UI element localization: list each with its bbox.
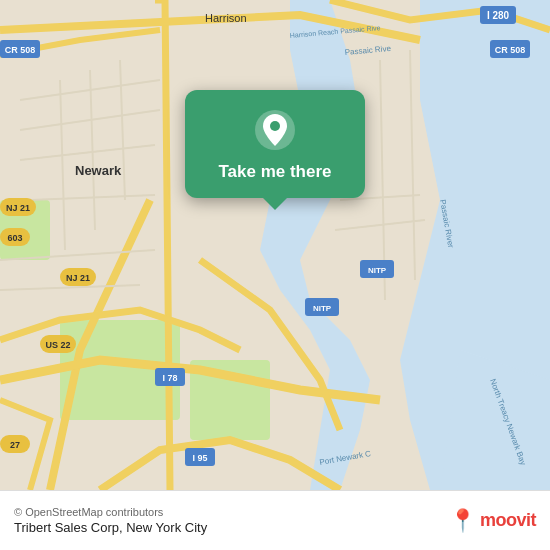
popup-label: Take me there bbox=[218, 162, 331, 182]
svg-text:NJ 21: NJ 21 bbox=[66, 273, 90, 283]
svg-text:I 95: I 95 bbox=[192, 453, 207, 463]
svg-text:US 22: US 22 bbox=[45, 340, 70, 350]
svg-text:CR 508: CR 508 bbox=[495, 45, 526, 55]
bottom-bar: © OpenStreetMap contributors Tribert Sal… bbox=[0, 490, 550, 550]
svg-text:I 280: I 280 bbox=[487, 10, 510, 21]
location-text: Tribert Sales Corp, New York City bbox=[14, 520, 449, 535]
svg-text:I 78: I 78 bbox=[162, 373, 177, 383]
svg-text:CR 508: CR 508 bbox=[5, 45, 36, 55]
copyright-text: © OpenStreetMap contributors bbox=[14, 506, 449, 518]
svg-text:Newark: Newark bbox=[75, 163, 122, 178]
map-container: Harrison Newark I 280 CR 508 CR 508 NJ 2… bbox=[0, 0, 550, 490]
moovit-logo: 📍 moovit bbox=[449, 510, 536, 532]
svg-point-49 bbox=[270, 121, 280, 131]
svg-text:NITP: NITP bbox=[368, 266, 387, 275]
svg-text:Harrison: Harrison bbox=[205, 12, 247, 24]
svg-text:NITP: NITP bbox=[313, 304, 332, 313]
svg-text:27: 27 bbox=[10, 440, 20, 450]
moovit-brand-text: moovit bbox=[480, 510, 536, 531]
map-background: Harrison Newark I 280 CR 508 CR 508 NJ 2… bbox=[0, 0, 550, 490]
svg-text:NJ 21: NJ 21 bbox=[6, 203, 30, 213]
svg-text:603: 603 bbox=[7, 233, 22, 243]
popup-card[interactable]: Take me there bbox=[185, 90, 365, 198]
moovit-pin-icon: 📍 bbox=[449, 510, 476, 532]
location-pin-icon bbox=[253, 108, 297, 152]
